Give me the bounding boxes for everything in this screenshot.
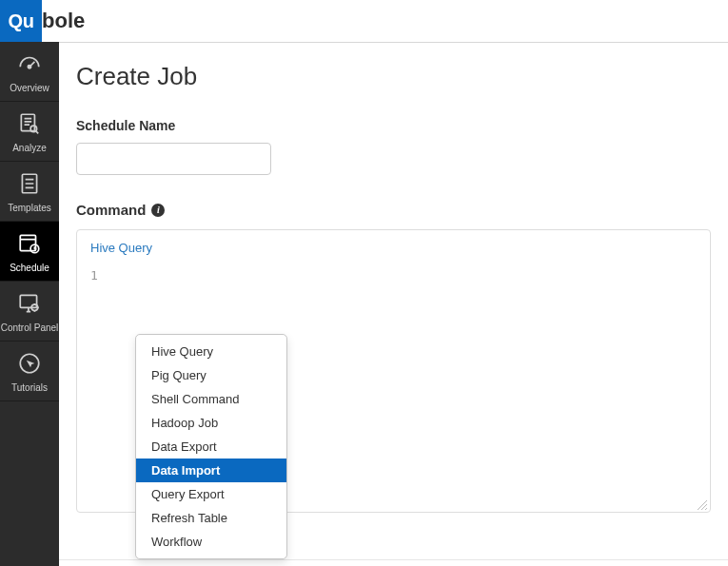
command-section-label: Command i — [76, 202, 711, 218]
svg-rect-6 — [20, 295, 36, 307]
sidebar-item-analyze[interactable]: Analyze — [0, 102, 59, 162]
monitor-gear-icon — [17, 291, 42, 319]
sidebar-item-label: Control Panel — [1, 322, 59, 333]
main-content: Create Job Schedule Name Command i Hive … — [59, 42, 728, 566]
sidebar-item-label: Templates — [8, 203, 51, 213]
document-icon — [17, 171, 42, 199]
dropdown-item-data-import[interactable]: Data Import — [136, 459, 286, 482]
command-type-dropdown-trigger[interactable]: Hive Query — [90, 241, 152, 255]
editor-line-number: 1 — [90, 266, 697, 283]
sidebar-item-tutorials[interactable]: Tutorials — [0, 342, 59, 401]
svg-rect-1 — [21, 114, 34, 130]
sidebar-item-templates[interactable]: Templates — [0, 162, 59, 222]
command-type-dropdown-menu: Hive Query Pig Query Shell Command Hadoo… — [135, 334, 287, 559]
logo-bar: Qu bole — [0, 0, 728, 42]
report-search-icon — [17, 111, 42, 139]
sidebar-item-label: Overview — [10, 83, 49, 93]
bottom-divider — [59, 559, 728, 560]
dropdown-item-query-export[interactable]: Query Export — [136, 482, 286, 506]
svg-rect-4 — [20, 235, 35, 250]
dropdown-item-hadoop-job[interactable]: Hadoop Job — [136, 411, 286, 435]
dropdown-item-pig-query[interactable]: Pig Query — [136, 363, 286, 387]
dropdown-item-workflow[interactable]: Workflow — [136, 530, 286, 554]
sidebar-item-overview[interactable]: Overview — [0, 42, 59, 102]
dropdown-item-hive-query[interactable]: Hive Query — [136, 340, 286, 363]
command-label-text: Command — [76, 202, 146, 218]
svg-point-0 — [28, 66, 30, 68]
logo-tile: Qu — [0, 0, 42, 42]
sidebar-item-control-panel[interactable]: Control Panel — [0, 282, 59, 342]
info-icon[interactable]: i — [151, 204, 165, 217]
page-title: Create Job — [76, 62, 711, 91]
command-editor[interactable]: 1 — [77, 261, 710, 288]
sidebar: Overview Analyze Templates Schedule Cont… — [0, 42, 59, 566]
sidebar-item-label: Schedule — [10, 263, 49, 273]
calendar-clock-icon — [17, 231, 42, 259]
dropdown-item-shell-command[interactable]: Shell Command — [136, 387, 286, 411]
cursor-circle-icon — [17, 351, 42, 379]
dropdown-item-data-export[interactable]: Data Export — [136, 435, 286, 459]
gauge-icon — [17, 51, 42, 79]
sidebar-item-label: Tutorials — [11, 382, 48, 393]
resize-grip-icon[interactable] — [696, 498, 707, 509]
logo-word: bole — [42, 9, 85, 33]
sidebar-item-label: Analyze — [12, 143, 47, 153]
schedule-name-label: Schedule Name — [76, 118, 711, 133]
sidebar-item-schedule[interactable]: Schedule — [0, 222, 59, 282]
command-panel-header: Hive Query — [77, 230, 710, 261]
dropdown-item-refresh-table[interactable]: Refresh Table — [136, 506, 286, 530]
schedule-name-input[interactable] — [76, 143, 271, 175]
